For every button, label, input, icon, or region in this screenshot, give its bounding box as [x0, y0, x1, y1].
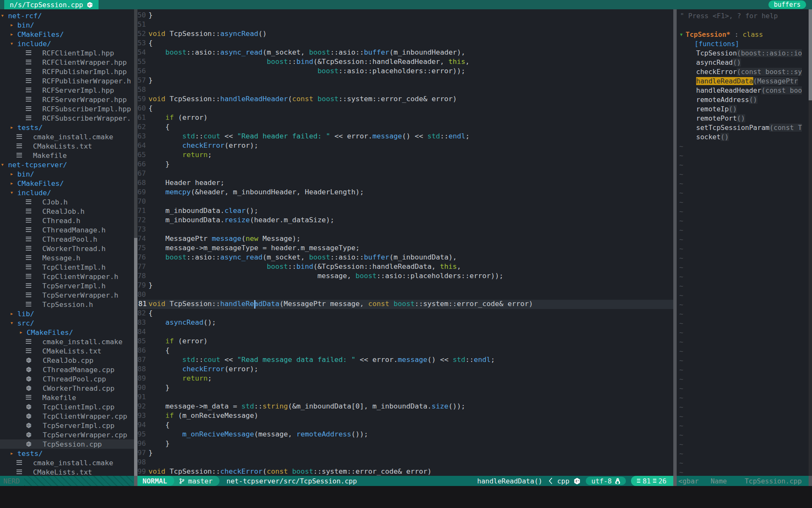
buffers-button[interactable]: buffers [768, 0, 806, 9]
code-line[interactable]: 69 memcpy(&header, m_inboundHeader, Head… [137, 188, 673, 197]
tag-item[interactable]: checkError(const boost::sy [677, 67, 809, 76]
folder-open-arrow-icon[interactable]: ▼ [1, 163, 6, 167]
tree-item[interactable]: RCFServerWrapper.hpp [0, 95, 134, 104]
code-line[interactable]: 62 { [137, 123, 673, 132]
tree-item[interactable]: ▶lib/ [0, 309, 134, 318]
code-line[interactable]: 53{ [137, 39, 673, 48]
code-line[interactable]: 54 boost::asio::async_read(m_socket, boo… [137, 48, 673, 58]
tag-item[interactable]: handleReadData(MessagePtr [677, 76, 809, 86]
tree-item[interactable]: cmake_install.cmake [0, 337, 134, 346]
tree-item[interactable]: CRealJob.h [0, 207, 134, 216]
tree-item[interactable]: ▶bin/ [0, 20, 134, 30]
tree-item[interactable]: ▶CMakeFiles/ [0, 30, 134, 39]
tree-item[interactable]: ▼include/ [0, 188, 134, 197]
code-line[interactable]: 88 checkError(error); [137, 365, 673, 374]
window-scrollbar-thumb[interactable] [809, 9, 812, 100]
tag-item[interactable]: remoteAddress() [677, 95, 809, 104]
folder-closed-arrow-icon[interactable]: ▶ [11, 181, 16, 185]
code-line[interactable]: 56 boost::asio::placeholders::error)); [137, 67, 673, 76]
folder-closed-arrow-icon[interactable]: ▶ [11, 451, 16, 456]
code-line[interactable]: 74 MessagePtr message(new Message); [137, 235, 673, 244]
code-line[interactable]: 77 boost::bind(&TcpSession::handleReadDa… [137, 262, 673, 272]
code-line[interactable]: 99void TcpSession::checkError(const boos… [137, 467, 673, 476]
tree-item[interactable]: C+CWorkerThread.cpp [0, 384, 134, 393]
fold-open-arrow-icon[interactable]: ▼ [680, 32, 683, 37]
tag-item[interactable]: TcpSession(boost::asio::io [677, 48, 809, 58]
tag-item[interactable]: remotePort() [677, 113, 809, 123]
editor-tagbar-splitter[interactable] [673, 9, 677, 476]
code-line[interactable]: 65 return; [137, 151, 673, 160]
tag-item[interactable]: setTcpSessionParam(const T [677, 123, 809, 132]
code-line[interactable]: 75 message->m_messageType = header.m_mes… [137, 244, 673, 253]
tree-item[interactable]: TcpClientImpl.h [0, 262, 134, 272]
code-line[interactable]: 93 if (m_onReciveMessage) [137, 411, 673, 421]
code-line[interactable]: 63 std::cout << "Read header failed: " <… [137, 132, 673, 141]
code-line[interactable]: 89 return; [137, 374, 673, 384]
tree-item[interactable]: C+CThreadManage.cpp [0, 365, 134, 374]
tagbar-panel[interactable]: " Press <F1>, ? for help▼TcpSession* : c… [677, 9, 809, 476]
tree-item[interactable]: TcpSession.h [0, 300, 134, 309]
folder-open-arrow-icon[interactable]: ▼ [11, 321, 16, 325]
code-line[interactable]: 57} [137, 76, 673, 86]
tree-item[interactable]: ▼net-tcpserver/ [0, 160, 134, 169]
code-line[interactable]: 80 [137, 290, 673, 300]
tree-item[interactable]: CWorkerThread.h [0, 244, 134, 253]
tree-item[interactable]: ▶bin/ [0, 169, 134, 179]
code-line[interactable]: 68 Header header; [137, 179, 673, 188]
folder-closed-arrow-icon[interactable]: ▶ [11, 172, 16, 176]
code-line[interactable]: 92 message->m_data = std::string(&m_inbo… [137, 402, 673, 411]
code-line[interactable]: 86 { [137, 346, 673, 356]
tree-item[interactable]: cmake_install.cmake [0, 458, 134, 467]
tab-active-file[interactable]: n/s/TcpSession.cpp C+ [4, 0, 99, 9]
code-line[interactable]: 82{ [137, 309, 673, 318]
tree-item[interactable]: TcpClientWrapper.h [0, 272, 134, 281]
tree-item[interactable]: RCFClientImpl.hpp [0, 48, 134, 58]
code-line[interactable]: 79} [137, 281, 673, 290]
code-line[interactable]: 87 std::cout << "Read message data faile… [137, 356, 673, 365]
code-line[interactable]: 50} [137, 11, 673, 20]
folder-closed-arrow-icon[interactable]: ▶ [11, 23, 16, 27]
tree-item[interactable]: C+CThreadPool.cpp [0, 374, 134, 384]
tree-item[interactable]: TcpServerWrapper.h [0, 290, 134, 300]
tree-item[interactable]: CMakeLists.txt [0, 346, 134, 356]
code-line[interactable]: 94 { [137, 421, 673, 430]
code-line[interactable]: 73 [137, 225, 673, 235]
tree-item[interactable]: C+TcpServerWrapper.cpp [0, 430, 134, 439]
code-line[interactable]: 55 boost::bind(&TcpSession::handleReadHe… [137, 58, 673, 67]
code-line[interactable]: 78 message, boost::asio::placeholders::e… [137, 272, 673, 281]
tree-item[interactable]: Message.h [0, 253, 134, 262]
tree-item[interactable]: CMakeLists.txt [0, 141, 134, 151]
tagbar-class-item[interactable]: ▼TcpSession* : class [677, 30, 809, 39]
tree-item[interactable]: ▼net-rcf/ [0, 11, 134, 20]
code-line[interactable]: 64 checkError(error); [137, 141, 673, 151]
tree-item[interactable]: CJob.h [0, 197, 134, 207]
folder-open-arrow-icon[interactable]: ▼ [1, 14, 6, 18]
folder-closed-arrow-icon[interactable]: ▶ [11, 312, 16, 316]
tree-item[interactable]: C+TcpClientWrapper.cpp [0, 411, 134, 421]
folder-closed-arrow-icon[interactable]: ▶ [11, 125, 16, 130]
code-line[interactable]: 81void TcpSession::handleReadData(Messag… [137, 300, 673, 309]
code-line[interactable]: 76 boost::asio::async_read(m_socket, boo… [137, 253, 673, 262]
tree-item[interactable]: C+TcpServerImpl.cpp [0, 421, 134, 430]
tree-item[interactable]: C+CRealJob.cpp [0, 356, 134, 365]
code-line[interactable]: 70 [137, 197, 673, 207]
tree-item[interactable]: RCFClientWrapper.hpp [0, 58, 134, 67]
tag-item[interactable]: handleReadHeader(const boo [677, 86, 809, 95]
tree-item[interactable]: cmake_install.cmake [0, 132, 134, 141]
code-line[interactable]: 58 [137, 86, 673, 95]
code-line[interactable]: 72 m_inboundData.resize(header.m_dataSiz… [137, 216, 673, 225]
tag-item[interactable]: socket() [677, 132, 809, 141]
window-scrollbar[interactable] [809, 9, 812, 476]
tree-item[interactable]: RCFPublisherWrapper.h [0, 76, 134, 86]
code-line[interactable]: 95 m_onReciveMessage(message, remoteAddr… [137, 430, 673, 439]
code-line[interactable]: 66 } [137, 160, 673, 169]
code-line[interactable]: 91 [137, 393, 673, 402]
tree-item[interactable]: ▼include/ [0, 39, 134, 48]
code-line[interactable]: 51 [137, 20, 673, 30]
tree-item[interactable]: ▶CMakeFiles/ [0, 179, 134, 188]
tree-editor-splitter[interactable] [134, 9, 137, 476]
code-line[interactable]: 61 if (error) [137, 113, 673, 123]
tree-item[interactable]: C+TcpSession.cpp [0, 439, 134, 449]
tree-item[interactable]: ▶tests/ [0, 449, 134, 458]
tag-item[interactable]: remoteIp() [677, 104, 809, 113]
